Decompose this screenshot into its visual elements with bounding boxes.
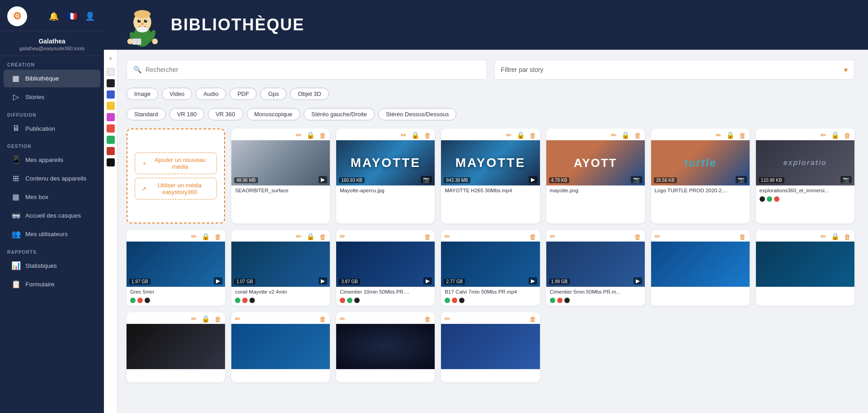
edit-button[interactable]: ✏ [296,131,302,139]
delete-button[interactable]: 🗑 [215,315,221,323]
delete-button[interactable]: 🗑 [424,233,431,241]
delete-button[interactable]: 🗑 [844,233,851,241]
lock-button[interactable]: 🔒 [202,233,210,241]
sidebar-item-bibliotheque[interactable]: ▦ Bibliothèque [4,70,100,87]
sidebar-item-formulaire[interactable]: 📋 Formulaire [4,275,100,293]
lock-button[interactable]: 🔒 [306,131,315,139]
edit-button[interactable]: ✏ [401,131,407,139]
sidebar-item-mes-appareils[interactable]: 📱 Mes appareils [4,151,100,169]
tag-vr360[interactable]: VR 360 [208,108,243,120]
sidebar-item-utilisateurs[interactable]: 👥 Mes utilisateurs [4,225,100,243]
search-input[interactable] [145,66,480,73]
tag-vr180[interactable]: VR 180 [169,108,204,120]
edit-button[interactable]: ✏ [445,233,450,241]
sidebar-item-casques[interactable]: 🥽 Accueil des casques [4,207,100,224]
delete-button[interactable]: 🗑 [634,233,641,241]
lock-button[interactable]: 🔒 [726,131,735,139]
edit-button[interactable]: ✏ [340,233,346,241]
card-thumbnail [336,324,435,369]
dot-black [249,298,255,303]
color-swatch-0[interactable] [107,68,115,76]
edit-button[interactable]: ✏ [191,315,197,323]
lock-button[interactable]: 🔒 [202,315,210,323]
add-media-card[interactable]: ＋ Ajouter un nouveau média ↗ Utiliser un… [127,128,225,223]
dot-green [445,298,450,303]
tag-image[interactable]: Image [127,88,158,100]
tag-gps[interactable]: Gps [260,88,286,100]
card-name: corail Mayotte v2 4min [231,287,330,298]
formulaire-icon: 📋 [11,280,21,289]
tag-standard[interactable]: Standard [127,108,166,120]
color-swatch-2[interactable] [107,90,115,99]
delete-button[interactable]: 🗑 [319,233,326,241]
delete-button[interactable]: 🗑 [319,315,326,323]
sidebar-item-contenu-label: Contenu des appareils [25,175,86,182]
lock-button[interactable]: 🔒 [411,131,420,139]
delete-button[interactable]: 🗑 [739,132,746,139]
tag-pdf[interactable]: PDF [230,88,257,100]
delete-button[interactable]: 🗑 [530,315,536,323]
delete-button[interactable]: 🗑 [739,233,746,241]
lock-button[interactable]: 🔒 [306,233,315,241]
language-flag[interactable]: 🇫🇷 [65,10,79,22]
lock-button[interactable]: 🔒 [516,131,525,139]
delete-button[interactable]: 🗑 [844,132,851,139]
edit-button[interactable]: ✏ [821,233,826,241]
edit-button[interactable]: ✏ [340,315,346,323]
sidebar-item-mes-box[interactable]: ▦ Mes box [4,188,100,206]
tag-stereo-dd[interactable]: Stéréo Dessus/Dessous [378,108,456,120]
app-logo[interactable]: ⚙ [7,6,27,26]
delete-button[interactable]: 🗑 [634,132,641,139]
card-actions: ✏ 🗑 [546,230,645,242]
edit-button[interactable]: ✏ [235,315,241,323]
color-swatch-5[interactable] [107,124,115,133]
sidebar-item-contenu-appareils[interactable]: ⊞ Contenu des appareils [4,170,100,187]
edit-button[interactable]: ✏ [506,131,512,139]
delete-button[interactable]: 🗑 [530,233,536,241]
dot-green [235,298,240,303]
card-thumbnail: AYOTT 4.79 KB 📷 [546,140,645,185]
delete-button[interactable]: 🗑 [530,132,536,139]
delete-button[interactable]: 🗑 [215,233,221,241]
edit-button[interactable]: ✏ [296,233,302,241]
tag-video[interactable]: Video [162,88,192,100]
edit-button[interactable]: ✏ [821,131,826,139]
expand-arrow[interactable]: › [109,54,112,62]
media-card: ✏ 🗑 1.99 GB ▶ Cimentier 5min 50Mbs PR.m.… [546,230,645,306]
edit-button[interactable]: ✏ [550,233,556,241]
tag-objet3d[interactable]: Objet 3D [290,88,328,100]
filter-placeholder: Filtrer par story [501,66,544,73]
delete-button[interactable]: 🗑 [424,315,431,323]
lock-button[interactable]: 🔒 [831,233,840,241]
delete-button[interactable]: 🗑 [319,132,326,139]
delete-button[interactable]: 🗑 [424,132,431,139]
card-size: 1.07 GB [234,279,255,285]
lock-button[interactable]: 🔒 [621,131,630,139]
sidebar-item-publication[interactable]: 🖥 Publication [4,120,100,137]
edit-button[interactable]: ✏ [191,233,197,241]
color-swatch-7[interactable] [107,147,115,155]
lock-button[interactable]: 🔒 [831,131,840,139]
edit-button[interactable]: ✏ [716,131,722,139]
sidebar-item-statistiques[interactable]: 📊 Statistiques [4,257,100,275]
tag-audio[interactable]: Audio [196,88,226,100]
color-swatch-8[interactable] [107,158,115,166]
tag-stereo-gd[interactable]: Stéréo gauche/Droite [304,108,375,120]
dot-green [130,298,136,303]
color-swatch-1[interactable] [107,79,115,87]
use-easystory-media-button[interactable]: ↗ Utiliser un média easystory360 [135,178,217,199]
edit-button[interactable]: ✏ [445,315,450,323]
color-swatch-3[interactable] [107,102,115,110]
notifications-button[interactable]: 🔔 [47,10,61,22]
color-swatch-4[interactable] [107,113,115,121]
edit-button[interactable]: ✏ [655,233,661,241]
sidebar-item-stories[interactable]: ▷ Stories [4,88,100,106]
mascot-svg [122,7,163,47]
add-new-media-button[interactable]: ＋ Ajouter un nouveau média [135,152,217,174]
user-profile-button[interactable]: 👤 [83,10,97,22]
color-swatch-6[interactable] [107,136,115,144]
edit-button[interactable]: ✏ [611,131,617,139]
tag-monoscopique[interactable]: Monoscopique [247,108,300,120]
filter-story-dropdown[interactable]: Filtrer par story ▾ [494,60,855,80]
dot-black [354,298,360,303]
